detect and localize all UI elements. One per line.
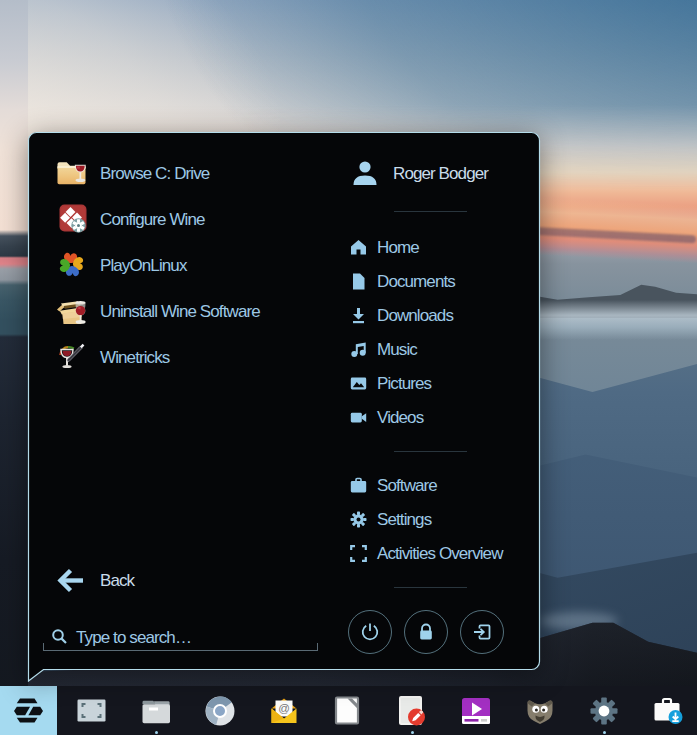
svg-text:@: @ <box>278 701 290 713</box>
